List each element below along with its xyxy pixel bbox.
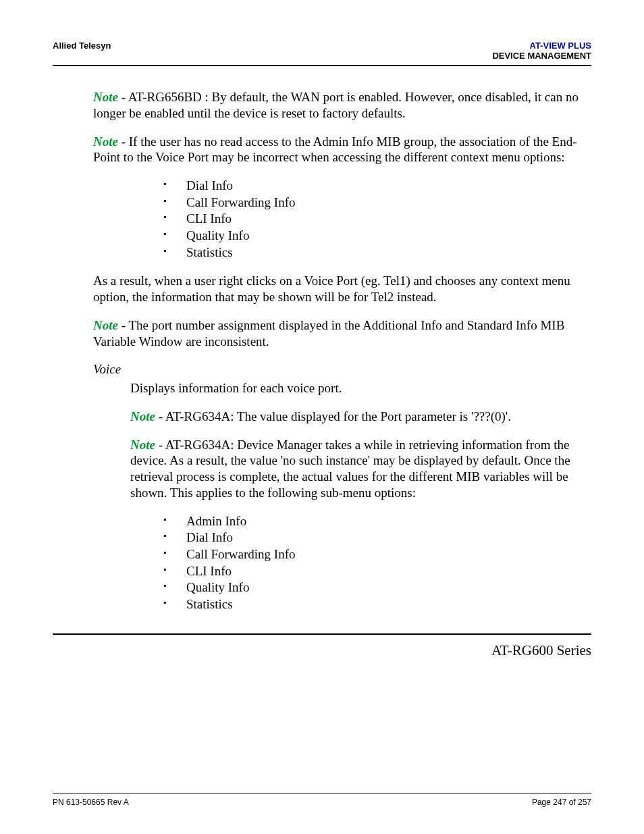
note-5-text: - AT-RG634A: Device Manager takes a whil…	[130, 438, 570, 500]
list-item: CLI Info	[163, 211, 591, 228]
list-item: Dial Info	[163, 178, 591, 194]
bullet-list-2: Admin Info Dial Info Call Forwarding Inf…	[53, 513, 591, 613]
header-product: AT-VIEW PLUS	[492, 41, 591, 51]
page-content: Note - AT-RG656BD : By default, the WAN …	[53, 89, 591, 659]
note-label: Note	[93, 318, 118, 332]
note-label: Note	[93, 90, 118, 104]
note-label: Note	[93, 134, 118, 149]
note-5: Note - AT-RG634A: Device Manager takes a…	[130, 437, 591, 501]
header-right: AT-VIEW PLUS DEVICE MANAGEMENT	[492, 41, 591, 61]
list-item: Quality Info	[163, 579, 591, 596]
list-item: Admin Info	[163, 513, 591, 530]
bullet-list-1: Dial Info Call Forwarding Info CLI Info …	[53, 178, 591, 261]
list-item: Dial Info	[163, 529, 591, 546]
document-page: Allied Telesyn AT-VIEW PLUS DEVICE MANAG…	[0, 0, 644, 834]
note-2-text: - If the user has no read access to the …	[93, 134, 577, 165]
series-title: AT-RG600 Series	[53, 642, 591, 659]
note-1: Note - AT-RG656BD : By default, the WAN …	[93, 89, 591, 122]
list-item: Statistics	[163, 596, 591, 613]
note-1-text: - AT-RG656BD : By default, the WAN port …	[93, 90, 579, 120]
para-after-list-1: As a result, when a user right clicks on…	[93, 273, 591, 305]
note-label: Note	[130, 438, 155, 452]
footer-left: PN 613-50665 Rev A	[53, 798, 129, 807]
list-item: Statistics	[163, 244, 591, 261]
header-section: DEVICE MANAGEMENT	[492, 51, 591, 61]
note-3: Note - The port number assignment displa…	[93, 317, 591, 350]
list-item: Call Forwarding Info	[163, 546, 591, 563]
voice-heading: Voice	[93, 361, 591, 377]
note-3-text: - The port number assignment displayed i…	[93, 318, 564, 348]
header-left: Allied Telesyn	[53, 41, 111, 51]
list-item: Call Forwarding Info	[163, 194, 591, 211]
note-label: Note	[130, 409, 155, 423]
page-footer: PN 613-50665 Rev A Page 247 of 257	[53, 793, 591, 807]
page-header: Allied Telesyn AT-VIEW PLUS DEVICE MANAG…	[53, 41, 591, 66]
list-item: CLI Info	[163, 563, 591, 580]
voice-desc: Displays information for each voice port…	[130, 380, 591, 396]
list-item: Quality Info	[163, 228, 591, 244]
footer-right: Page 247 of 257	[532, 798, 591, 807]
note-2: Note - If the user has no read access to…	[93, 134, 591, 166]
note-4-text: - AT-RG634A: The value displayed for the…	[155, 409, 511, 423]
section-divider	[53, 633, 591, 635]
note-4: Note - AT-RG634A: The value displayed fo…	[130, 409, 591, 425]
